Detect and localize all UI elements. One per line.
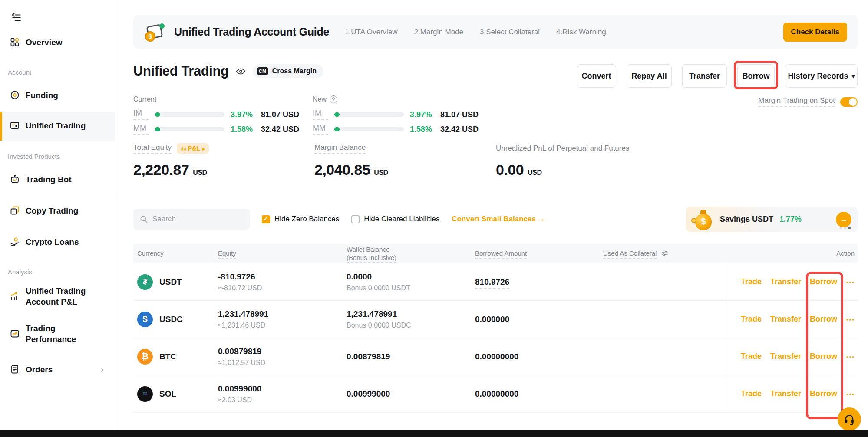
convert-button[interactable]: Convert xyxy=(577,64,616,88)
eye-icon[interactable] xyxy=(236,66,246,76)
transfer-link[interactable]: Transfer xyxy=(770,315,801,324)
sidebar-item-orders[interactable]: Orders › xyxy=(0,364,115,375)
borrow-link[interactable]: Borrow xyxy=(810,315,837,324)
guide-step-4[interactable]: 4.Risk Warning xyxy=(556,28,606,36)
more-options-icon[interactable] xyxy=(846,314,855,325)
borrowed-amount-cell: 0.00000000 xyxy=(475,389,518,399)
sidebar-item-copy-trading[interactable]: Copy Trading xyxy=(0,205,115,216)
help-icon[interactable]: ? xyxy=(330,95,337,103)
transfer-link[interactable]: Transfer xyxy=(770,389,801,398)
borrow-button[interactable]: Borrow xyxy=(737,64,775,88)
check-details-button[interactable]: Check Details xyxy=(783,23,848,42)
sidebar-item-crypto-loans[interactable]: Crypto Loans xyxy=(0,236,115,247)
asset-table-body: ₮ USDT -810.9726 ≈-810.72 USD 0.0000 Bon… xyxy=(133,263,858,413)
sidebar-item-uta-pnl[interactable]: Unified TradingAccount P&L xyxy=(0,286,115,307)
unified-trading-page: Overview Account Funding Unified Trading… xyxy=(0,0,868,437)
convert-small-balances-link[interactable]: Convert Small Balances → xyxy=(452,215,545,223)
guide-moneybag-icon xyxy=(144,21,166,43)
more-options-icon[interactable] xyxy=(846,277,855,287)
transfer-button[interactable]: Transfer xyxy=(682,64,727,88)
col-currency: Currency xyxy=(137,250,164,257)
mm-label: MM xyxy=(313,124,328,135)
overview-icon xyxy=(9,36,20,48)
currency-cell: $ USDC xyxy=(137,312,183,327)
sidebar-item-label: Orders xyxy=(26,364,53,375)
sidebar-item-trading-bot[interactable]: Trading Bot xyxy=(0,174,115,185)
new-margin-block: New ? IM 3.97% 81.07 USD MM 1.58% 32.42 … xyxy=(313,95,479,134)
im-progress-bar xyxy=(155,112,224,117)
borrow-link[interactable]: Borrow xyxy=(810,389,837,398)
guide-step-2[interactable]: 2.Margin Mode xyxy=(414,28,463,36)
transfer-link[interactable]: Transfer xyxy=(770,277,801,286)
carousel-dots xyxy=(840,227,851,229)
mm-progress-bar xyxy=(155,127,224,131)
guide-step-1[interactable]: 1.UTA Overview xyxy=(345,28,398,36)
mm-percent: 1.58% xyxy=(231,125,255,134)
im-percent: 3.97% xyxy=(410,110,434,119)
margin-mode-badge[interactable]: CM Cross Margin xyxy=(253,64,323,78)
history-records-button[interactable]: History Records xyxy=(785,64,858,88)
chevron-right-icon: › xyxy=(101,365,104,375)
borrow-link[interactable]: Borrow xyxy=(810,277,837,286)
guide-step-3[interactable]: 3.Select Collateral xyxy=(480,28,540,36)
borrow-link[interactable]: Borrow xyxy=(810,352,837,361)
mm-label: MM xyxy=(133,124,149,135)
guide-steps: 1.UTA Overview 2.Margin Mode 3.Select Co… xyxy=(345,28,606,36)
unrealized-pnl-label: Unrealized PnL of Perpetual and Futures xyxy=(496,144,629,153)
search-box[interactable] xyxy=(133,209,250,230)
transfer-link[interactable]: Transfer xyxy=(770,352,801,361)
sidebar-item-trading-performance[interactable]: TradingPerformance xyxy=(0,323,115,345)
sidebar-item-overview[interactable]: Overview xyxy=(0,36,115,48)
sidebar-item-label: Funding xyxy=(26,90,58,101)
col-action: Action xyxy=(836,250,855,257)
col-used-as-collateral: Used As Collateral xyxy=(603,250,668,257)
hide-zero-balances-checkbox[interactable]: Hide Zero Balances xyxy=(262,215,339,223)
sidebar-section-analysis: Analysis xyxy=(8,268,32,276)
savings-arrow-button[interactable] xyxy=(836,212,851,227)
margin-balance-label: Margin Balance xyxy=(314,143,366,154)
performance-icon xyxy=(9,328,20,339)
action-cell: Trade Transfer Borrow xyxy=(741,352,855,362)
wallet-balance-cell: 0.00879819 xyxy=(347,352,390,361)
column-divider xyxy=(729,263,729,300)
guide-title: Unified Trading Account Guide xyxy=(174,26,329,38)
repay-all-button[interactable]: Repay All xyxy=(627,64,672,88)
page-title: Unified Trading xyxy=(133,63,229,79)
checkbox-checked-icon[interactable] xyxy=(262,215,270,223)
search-input[interactable] xyxy=(152,215,239,223)
margin-trading-on-spot-toggle[interactable] xyxy=(840,97,858,107)
collapse-icon xyxy=(11,12,22,23)
currency-cell: ₿ BTC xyxy=(137,349,176,365)
trade-link[interactable]: Trade xyxy=(741,352,762,361)
checkbox-unchecked-icon[interactable] xyxy=(351,215,360,223)
unrealized-pnl-block: Unrealized PnL of Perpetual and Futures … xyxy=(496,143,629,178)
sidebar-item-unified-trading[interactable]: Unified Trading xyxy=(0,120,115,131)
borrowed-amount-cell: 810.9726 xyxy=(475,277,509,287)
customer-support-button[interactable] xyxy=(838,407,861,431)
sidebar: Overview Account Funding Unified Trading… xyxy=(0,0,115,430)
wallet-balance-cell: 1,231.478991 Bonus 0.0000 USDC xyxy=(347,309,411,329)
sidebar-item-label: TradingPerformance xyxy=(26,323,76,345)
crypto-loans-icon xyxy=(9,236,20,247)
margin-balance-value: 2,040.85 xyxy=(314,161,370,178)
hide-cleared-liabilities-checkbox[interactable]: Hide Cleared Liabilities xyxy=(351,215,439,223)
section-divider xyxy=(116,197,868,197)
pnl-badge[interactable]: P&L xyxy=(177,143,209,154)
savings-label: Savings USDT xyxy=(720,215,773,224)
trade-link[interactable]: Trade xyxy=(741,389,762,398)
collateral-filter-icon xyxy=(661,250,668,257)
more-options-icon[interactable] xyxy=(846,389,855,399)
bottom-edge-bar xyxy=(0,430,868,437)
sidebar-item-funding[interactable]: Funding xyxy=(0,89,115,101)
sidebar-collapse-button[interactable] xyxy=(11,12,23,24)
trading-bot-icon xyxy=(9,174,20,185)
borrowed-amount-cell: 0.00000000 xyxy=(475,352,518,361)
col-borrowed-amount: Borrowed Amount xyxy=(475,250,527,257)
trade-link[interactable]: Trade xyxy=(741,315,762,324)
trade-link[interactable]: Trade xyxy=(741,277,762,286)
unrealized-pnl-value: 0.00 xyxy=(496,161,524,178)
wallet-balance-cell: 0.0000 Bonus 0.0000 USDT xyxy=(347,272,410,292)
savings-promo-banner[interactable]: Savings USDT 1.77% xyxy=(686,207,858,232)
col-wallet-balance: Wallet Balance(Bonus Inclusive) xyxy=(347,245,396,262)
more-options-icon[interactable] xyxy=(846,352,855,362)
